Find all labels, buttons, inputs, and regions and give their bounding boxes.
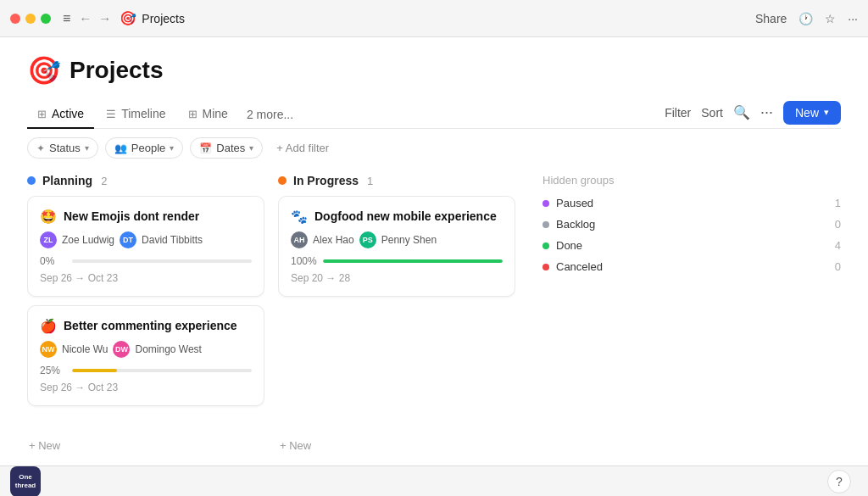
card-new-emojis-icon: 🤩 — [40, 209, 57, 225]
close-button[interactable] — [10, 14, 20, 24]
onethread-logo[interactable]: One thread — [10, 466, 41, 497]
avatar-zoe: ZL — [40, 231, 57, 248]
tab-more[interactable]: 2 more... — [240, 101, 300, 128]
dates-filter-label: Dates — [216, 142, 245, 154]
status-filter-icon: ✦ — [36, 142, 45, 154]
page-title: Projects — [70, 57, 164, 84]
card-new-emojis-assignees: ZL Zoe Ludwig DT David Tibbitts — [40, 231, 252, 248]
dates-filter-chevron: ▾ — [249, 143, 253, 153]
logo-text: One thread — [15, 473, 36, 489]
filter-bar: ✦ Status ▾ 👥 People ▾ 📅 Dates ▾ + Add fi… — [0, 129, 868, 167]
card-new-emojis[interactable]: 🤩 New Emojis dont render ZL Zoe Ludwig D… — [27, 196, 264, 297]
column-in-progress-header: In Progress 1 — [278, 174, 515, 187]
tabs-left: ⊞ Active ☰ Timeline ⊞ Mine 2 more... — [27, 100, 665, 128]
more-icon[interactable]: ··· — [848, 12, 858, 25]
help-button[interactable]: ? — [827, 470, 851, 493]
tab-timeline[interactable]: ☰ Timeline — [96, 100, 175, 129]
assignee-david-name: David Tibbitts — [142, 234, 203, 246]
hg-canceled-label: Canceled — [556, 260, 828, 273]
card-better-commenting[interactable]: 🍎 Better commenting experience NW Nicole… — [27, 305, 264, 406]
share-button[interactable]: Share — [755, 12, 787, 25]
tab-timeline-icon: ☰ — [106, 108, 116, 120]
hg-backlog-dot — [542, 221, 549, 228]
sort-button[interactable]: Sort — [701, 106, 723, 120]
back-button[interactable]: ← — [79, 11, 92, 25]
progress-percent-0: 0% — [40, 255, 65, 267]
column-planning: Planning 2 🤩 New Emojis dont render ZL Z… — [27, 174, 264, 455]
assignee-penny-name: Penny Shen — [381, 234, 437, 246]
tab-timeline-label: Timeline — [121, 107, 165, 120]
page-header: 🎯 Projects ⊞ Active ☰ Timeline ⊞ Mine 2 … — [0, 37, 868, 129]
tab-mine[interactable]: ⊞ Mine — [178, 100, 238, 129]
planning-new-button[interactable]: + New — [27, 436, 264, 455]
board: Planning 2 🤩 New Emojis dont render ZL Z… — [0, 167, 868, 465]
clock-icon[interactable]: 🕐 — [798, 12, 813, 25]
app-icon: 🎯 — [120, 10, 136, 26]
hg-paused[interactable]: Paused 1 — [542, 197, 841, 209]
filter-button[interactable]: Filter — [665, 106, 691, 120]
menu-icon[interactable]: ≡ — [63, 11, 70, 26]
planning-count: 2 — [101, 175, 107, 187]
assignee-alex-name: Alex Hao — [313, 234, 354, 246]
in-progress-dot — [278, 176, 287, 185]
tab-active-label: Active — [52, 107, 84, 120]
hidden-groups: Hidden groups Paused 1 Backlog 0 Done 4 … — [529, 174, 841, 455]
add-filter-button[interactable]: + Add filter — [270, 138, 336, 158]
more-options-icon[interactable]: ··· — [760, 103, 773, 121]
in-progress-cards: 🐾 Dogfood new mobile experience AH Alex … — [278, 196, 515, 432]
avatar-david: DT — [120, 231, 136, 248]
tab-active[interactable]: ⊞ Active — [27, 100, 94, 129]
tabs-right: Filter Sort 🔍 ··· New ▾ — [665, 101, 841, 128]
card-better-commenting-title-row: 🍎 Better commenting experience — [40, 318, 252, 334]
hg-paused-dot — [542, 200, 549, 207]
assignee-zoe-name: Zoe Ludwig — [62, 234, 114, 246]
status-filter-label: Status — [49, 142, 81, 154]
people-filter-chevron: ▾ — [170, 143, 174, 153]
in-progress-new-button[interactable]: + New — [278, 436, 515, 455]
dates-filter[interactable]: 📅 Dates ▾ — [190, 137, 263, 159]
people-filter[interactable]: 👥 People ▾ — [105, 137, 183, 159]
card-new-emojis-date: Sep 26 → Oct 23 — [40, 272, 252, 284]
star-icon[interactable]: ☆ — [825, 12, 836, 25]
card-better-commenting-title: Better commenting experience — [64, 318, 237, 333]
card-new-emojis-title: New Emojis dont render — [64, 209, 199, 224]
progress-bar-bg-0 — [72, 259, 252, 263]
hidden-groups-title: Hidden groups — [542, 174, 841, 187]
tab-mine-label: Mine — [203, 107, 228, 120]
tab-active-icon: ⊞ — [37, 108, 47, 120]
hg-canceled-count: 0 — [835, 260, 841, 273]
card-dogfood[interactable]: 🐾 Dogfood new mobile experience AH Alex … — [278, 196, 515, 297]
new-button-label: New — [795, 106, 819, 120]
progress-percent-25: 25% — [40, 365, 65, 376]
hg-backlog-count: 0 — [835, 218, 841, 231]
hg-done[interactable]: Done 4 — [542, 239, 841, 252]
maximize-button[interactable] — [41, 14, 51, 24]
hg-paused-count: 1 — [835, 197, 841, 209]
avatar-domingo: DW — [113, 341, 130, 358]
search-icon[interactable]: 🔍 — [733, 104, 750, 120]
hg-backlog[interactable]: Backlog 0 — [542, 218, 841, 231]
avatar-penny: PS — [359, 231, 376, 248]
assignee-nicole-name: Nicole Wu — [62, 343, 108, 355]
status-filter[interactable]: ✦ Status ▾ — [27, 137, 98, 159]
planning-dot — [27, 176, 36, 185]
card-better-commenting-icon: 🍎 — [40, 318, 57, 334]
traffic-lights — [10, 14, 51, 24]
card-new-emojis-title-row: 🤩 New Emojis dont render — [40, 209, 252, 225]
card-dogfood-title-row: 🐾 Dogfood new mobile experience — [291, 209, 503, 225]
card-new-emojis-progress: 0% — [40, 255, 252, 267]
assignee-domingo-name: Domingo West — [135, 343, 201, 355]
progress-bar-bg-25 — [72, 369, 252, 372]
hg-paused-label: Paused — [556, 197, 828, 209]
progress-bar-fill-25 — [72, 369, 117, 372]
forward-button[interactable]: → — [98, 11, 111, 25]
planning-title: Planning — [42, 174, 92, 187]
hg-canceled[interactable]: Canceled 0 — [542, 260, 841, 273]
minimize-button[interactable] — [25, 14, 36, 24]
new-button[interactable]: New ▾ — [783, 101, 841, 125]
card-dogfood-date: Sep 20 → 28 — [291, 272, 503, 284]
in-progress-title: In Progress — [293, 174, 359, 187]
titlebar: ≡ ← → 🎯 Projects Share 🕐 ☆ ··· — [0, 0, 868, 37]
nav-buttons: ← → — [79, 11, 111, 25]
progress-bar-fill-100 — [323, 259, 503, 263]
